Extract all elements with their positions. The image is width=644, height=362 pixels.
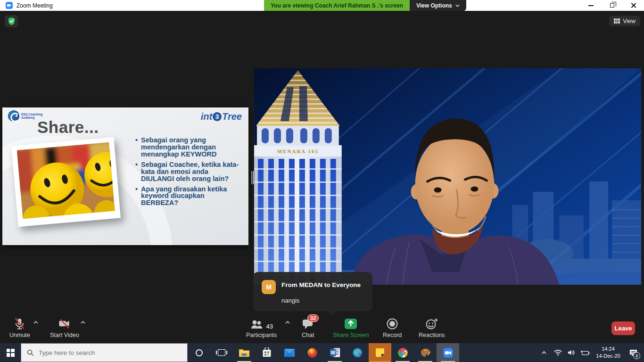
zoom-taskbar-icon <box>443 347 454 358</box>
taskbar-icon-file-explorer[interactable] <box>233 343 256 362</box>
screen: Zoom Meeting You are viewing Coach Arief… <box>0 0 644 362</box>
chat-notification-popup[interactable]: M From MEDAN to Everyone nangis <box>253 272 372 311</box>
slide-bullets: •Sebagai orang yang mendengarkan dengan … <box>135 137 243 206</box>
chat-popup-message: nangis <box>281 297 299 304</box>
start-video-button[interactable]: Start Video <box>50 318 79 338</box>
windows-start-icon <box>7 349 15 357</box>
slide-bullet: •Sebagai orang yang mendengarkan dengan … <box>135 137 243 158</box>
start-video-label: Start Video <box>50 332 79 338</box>
panel-resize-handle[interactable] <box>250 171 254 184</box>
share-screen-label: Share Screen <box>333 332 369 338</box>
meeting-area: View ESQ Coaching Academy Share... int 3… <box>0 11 644 343</box>
building-sign: MENARA 165 <box>277 148 319 154</box>
notification-count-badge: 2 <box>633 352 640 359</box>
taskbar-icon-paint[interactable] <box>414 343 437 362</box>
minimize-button[interactable] <box>580 0 602 11</box>
grid-view-icon <box>614 18 620 24</box>
participants-icon <box>250 319 263 330</box>
zoom-toolbar: Unmute Start Video <box>0 314 644 343</box>
window-controls <box>580 0 644 11</box>
taskbar-icon-firefox[interactable] <box>301 343 323 362</box>
taskbar-icon-microsoft-store[interactable] <box>256 343 278 362</box>
chat-popup-header: From MEDAN to Everyone <box>281 281 361 288</box>
participants-button[interactable]: 43 Participants <box>246 318 277 338</box>
taskbar-icon-word[interactable]: W <box>323 343 346 362</box>
tray-volume[interactable] <box>566 343 577 362</box>
record-button[interactable]: Record <box>383 318 402 338</box>
cortana-icon <box>196 349 203 356</box>
zoom-app-icon <box>6 2 13 9</box>
chrome-icon <box>397 347 408 358</box>
smiley-photo-image <box>17 142 115 219</box>
battery-charging-icon <box>580 350 590 356</box>
taskbar-icon-sticky-notes[interactable] <box>369 343 391 362</box>
taskbar-icon-edge[interactable] <box>346 343 369 362</box>
chat-avatar: M <box>262 280 276 294</box>
screen-share-banner-wrap: You are viewing Coach Arief Rahman S .'s… <box>264 0 466 11</box>
tray-battery[interactable] <box>580 343 590 362</box>
firefox-icon <box>307 347 318 358</box>
video-options-chevron[interactable] <box>80 321 86 324</box>
restore-icon <box>610 3 614 8</box>
close-icon <box>630 2 636 8</box>
taskbar-icon-task-view[interactable] <box>210 343 233 362</box>
unmute-button[interactable]: Unmute <box>9 318 30 338</box>
unmute-options-chevron[interactable] <box>33 321 39 324</box>
share-screen-icon <box>343 318 358 330</box>
reactions-button[interactable]: Reactions <box>419 318 445 338</box>
edge-icon <box>352 347 363 358</box>
unmute-label: Unmute <box>9 332 30 338</box>
svg-text:W: W <box>330 350 335 355</box>
close-button[interactable] <box>623 0 644 11</box>
microsoft-store-icon <box>262 347 272 358</box>
taskbar-icon-cortana[interactable] <box>188 343 210 362</box>
action-center-button[interactable]: 2 <box>626 343 640 362</box>
minimize-icon <box>588 5 594 6</box>
chevron-down-icon <box>455 4 460 7</box>
participants-label: Participants <box>246 332 277 338</box>
record-icon <box>386 318 398 330</box>
taskbar-search[interactable] <box>21 343 188 362</box>
slide-bullet: •Apa yang dirasakan ketika keyword diuca… <box>135 186 243 207</box>
chat-button[interactable]: 32 Chat <box>302 318 314 338</box>
window-titlebar: Zoom Meeting You are viewing Coach Arief… <box>0 0 644 11</box>
participants-options-chevron[interactable] <box>285 321 290 324</box>
clock-time: 14:24 <box>594 346 623 353</box>
system-tray: 14:24 14-Dec-20 2 <box>539 343 644 362</box>
view-options-label: View Options <box>416 2 452 9</box>
view-layout-button[interactable]: View <box>609 16 640 26</box>
search-icon <box>27 349 34 356</box>
view-options-button[interactable]: View Options <box>410 0 466 11</box>
windows-taskbar: W <box>0 343 644 362</box>
chat-label: Chat <box>302 332 314 338</box>
file-explorer-icon <box>239 348 250 357</box>
slide-title: Share... <box>37 118 99 137</box>
restore-button[interactable] <box>602 0 623 11</box>
taskbar-icon-chrome[interactable] <box>391 343 414 362</box>
word-icon: W <box>330 347 340 358</box>
participant-video-scene: MENARA 165 <box>254 68 641 285</box>
sticky-notes-icon <box>375 347 385 358</box>
intree-logo: int 3 Tree <box>201 111 242 122</box>
taskbar-icon-mail[interactable] <box>278 343 301 362</box>
participants-count: 43 <box>266 323 272 330</box>
paint-icon <box>420 347 431 358</box>
chat-unread-badge: 32 <box>307 314 319 322</box>
microphone-muted-icon <box>13 317 26 330</box>
search-input[interactable] <box>39 349 171 356</box>
esq-logo-icon <box>8 110 19 122</box>
smiley-photo <box>11 137 121 227</box>
shared-screen-slide: ESQ Coaching Academy Share... int 3 Tree… <box>2 107 248 245</box>
start-button[interactable] <box>0 343 21 362</box>
participant-video: MENARA 165 <box>254 68 641 285</box>
taskbar-icon-zoom[interactable] <box>437 343 459 362</box>
tray-wifi[interactable] <box>553 343 563 362</box>
tray-chevron-up[interactable] <box>539 343 549 362</box>
meeting-security-button[interactable] <box>5 15 18 27</box>
intree-logo-post: Tree <box>222 111 242 122</box>
record-label: Record <box>383 332 402 338</box>
leave-button[interactable]: Leave <box>611 321 635 335</box>
taskbar-clock[interactable]: 14:24 14-Dec-20 <box>594 346 623 360</box>
clock-date: 14-Dec-20 <box>594 353 623 360</box>
share-screen-button[interactable]: Share Screen <box>333 318 369 338</box>
